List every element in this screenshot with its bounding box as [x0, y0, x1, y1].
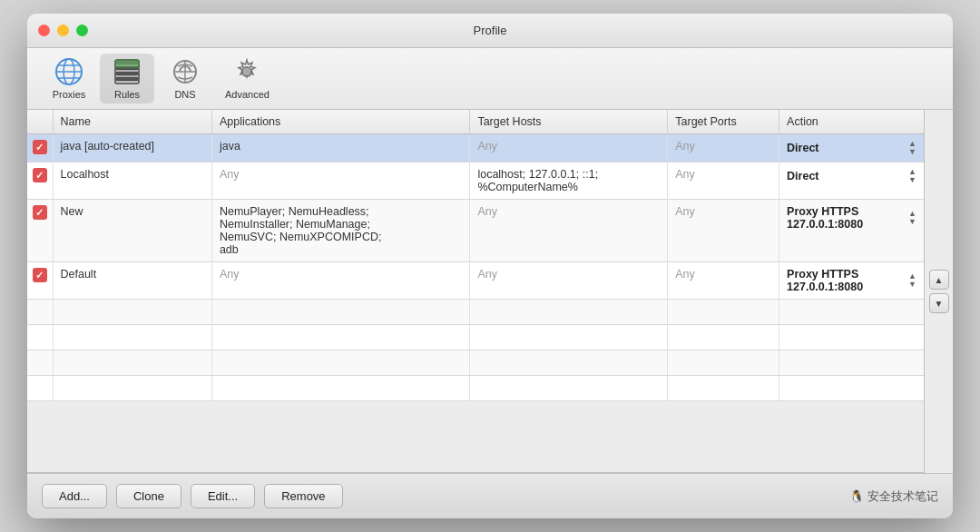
bottom-buttons: Add... Clone Edit... Remove — [42, 484, 343, 508]
row-target-ports: Any — [668, 163, 779, 200]
table-row[interactable]: ✓ Localhost Any localhost; 127.0.0.1; ::… — [27, 163, 924, 200]
watermark-icon: 🐧 — [849, 489, 864, 503]
row-applications: Any — [211, 262, 470, 300]
rules-icon — [113, 57, 142, 86]
toolbar-item-proxies[interactable]: Proxies — [42, 54, 96, 103]
col-header-target-ports: Target Ports — [668, 110, 779, 134]
proxies-icon — [54, 57, 83, 86]
rules-label: Rules — [114, 89, 140, 100]
table-row-empty — [27, 350, 924, 376]
clone-button[interactable]: Clone — [116, 484, 181, 508]
scroll-up-button[interactable]: ▲ — [929, 270, 949, 290]
sort-arrows[interactable]: ▲▼ — [908, 272, 916, 289]
main-content: Name Applications Target Hosts Target Po… — [27, 110, 953, 473]
proxies-label: Proxies — [53, 89, 86, 100]
toolbar-item-advanced[interactable]: Advanced — [216, 54, 279, 103]
minimize-button[interactable] — [57, 25, 69, 36]
svg-rect-8 — [116, 77, 138, 81]
advanced-label: Advanced — [225, 89, 270, 100]
sort-arrows[interactable]: ▲▼ — [908, 168, 916, 184]
checkbox-checked-icon: ✓ — [33, 268, 47, 282]
add-button[interactable]: Add... — [42, 484, 107, 508]
row-applications: java — [211, 134, 470, 163]
row-applications: Any — [211, 163, 470, 200]
rules-table: Name Applications Target Hosts Target Po… — [27, 110, 924, 401]
row-action: Direct ▲▼ — [779, 134, 924, 163]
table-row-empty — [27, 300, 924, 325]
row-target-hosts: Any — [470, 262, 668, 300]
row-checkbox[interactable]: ✓ — [27, 163, 53, 200]
table-row[interactable]: ✓ New NemuPlayer; NemuHeadless;NemuInsta… — [27, 200, 924, 262]
col-header-applications: Applications — [211, 110, 470, 134]
side-controls: ▲ ▼ — [924, 110, 953, 473]
checkbox-checked-icon: ✓ — [33, 140, 47, 154]
toolbar-item-rules[interactable]: Rules — [100, 54, 154, 103]
col-header-action: Action — [779, 110, 924, 134]
dns-icon — [171, 57, 200, 86]
row-name: Localhost — [53, 163, 211, 200]
table-row[interactable]: ✓ Default Any Any Any Proxy HTTPS127.0.0… — [27, 262, 924, 300]
row-action: Proxy HTTPS127.0.0.1:8080 ▲▼ — [779, 262, 924, 300]
remove-button[interactable]: Remove — [264, 484, 342, 508]
bottom-toolbar: Add... Clone Edit... Remove 🐧 安全技术笔记 — [27, 473, 953, 518]
title-bar: Profile — [27, 14, 953, 48]
row-target-hosts: Any — [470, 200, 668, 262]
row-checkbox[interactable]: ✓ — [27, 262, 53, 300]
row-action: Proxy HTTPS127.0.0.1:8080 ▲▼ — [779, 200, 924, 262]
sort-arrows[interactable]: ▲▼ — [908, 210, 916, 226]
col-header-checkbox — [27, 110, 53, 134]
sort-arrows[interactable]: ▲▼ — [908, 140, 916, 156]
row-name: java [auto-created] — [53, 134, 211, 163]
table-row[interactable]: ✓ java [auto-created] java Any Any Direc… — [27, 134, 924, 163]
watermark: 🐧 安全技术笔记 — [849, 488, 938, 505]
col-header-target-hosts: Target Hosts — [470, 110, 668, 134]
table-area: Name Applications Target Hosts Target Po… — [27, 110, 924, 473]
svg-rect-10 — [115, 60, 139, 67]
toolbar-item-dns[interactable]: DNS — [158, 54, 212, 103]
svg-rect-7 — [116, 72, 138, 75]
main-window: Profile Proxies — [27, 14, 953, 518]
table-container[interactable]: Name Applications Target Hosts Target Po… — [27, 110, 924, 473]
window-title: Profile — [474, 24, 507, 37]
checkbox-checked-icon: ✓ — [33, 168, 47, 182]
row-action: Direct ▲▼ — [779, 163, 924, 200]
row-applications: NemuPlayer; NemuHeadless;NemuInstaller; … — [211, 200, 470, 262]
row-name: New — [53, 200, 211, 262]
row-target-ports: Any — [668, 134, 779, 163]
close-button[interactable] — [38, 25, 50, 36]
scroll-down-button[interactable]: ▼ — [929, 293, 949, 313]
maximize-button[interactable] — [76, 25, 88, 36]
table-row-empty — [27, 376, 924, 401]
row-checkbox[interactable]: ✓ — [27, 134, 53, 163]
checkbox-checked-icon: ✓ — [33, 205, 47, 220]
row-checkbox[interactable]: ✓ — [27, 200, 53, 262]
advanced-icon — [232, 57, 261, 86]
row-name: Default — [53, 262, 211, 300]
edit-button[interactable]: Edit... — [191, 484, 255, 508]
svg-point-16 — [243, 68, 250, 75]
row-target-hosts: Any — [470, 134, 668, 163]
toolbar: Proxies Rules — [27, 48, 953, 110]
col-header-name: Name — [53, 110, 211, 134]
window-controls — [38, 25, 88, 36]
row-target-ports: Any — [668, 262, 779, 300]
dns-label: DNS — [174, 89, 195, 100]
watermark-text: 安全技术笔记 — [867, 489, 938, 503]
row-target-hosts: localhost; 127.0.0.1; ::1;%ComputerName% — [470, 163, 668, 200]
table-row-empty — [27, 325, 924, 350]
row-target-ports: Any — [668, 200, 779, 262]
